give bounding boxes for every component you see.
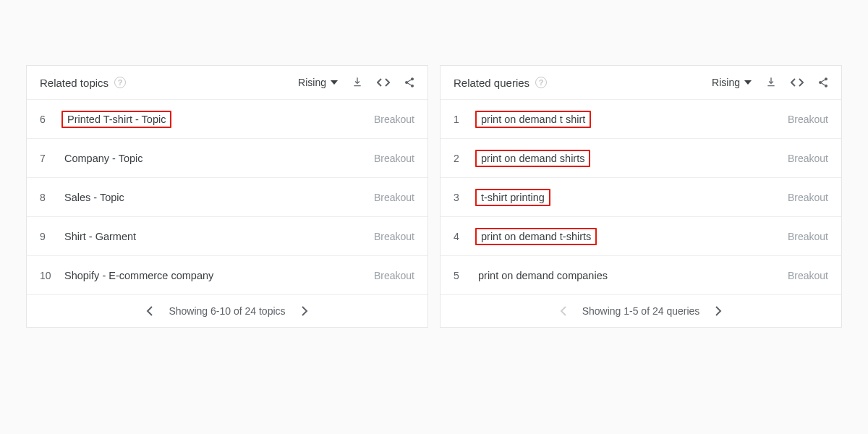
embed-icon[interactable] — [791, 76, 804, 89]
row-label: print on demand shirts — [475, 150, 590, 167]
row-label: t-shirt printing — [475, 189, 550, 206]
row-left: 4 print on demand t-shirts — [454, 228, 597, 245]
row-left: 9 Shirt - Garment — [40, 230, 139, 243]
row-value: Breakout — [788, 114, 828, 125]
row-label: print on demand companies — [475, 269, 610, 282]
row-rank: 1 — [454, 114, 465, 125]
panel-actions: Rising — [712, 76, 830, 89]
panel-title: Related queries — [454, 77, 529, 89]
row-value: Breakout — [788, 192, 828, 203]
related-queries-panel: Related queries ? Rising — [440, 65, 842, 328]
row-label: Shirt - Garment — [61, 230, 139, 243]
row-label: print on demand t shirt — [475, 111, 591, 128]
help-icon[interactable]: ? — [535, 77, 547, 88]
list-item[interactable]: 5 print on demand companies Breakout — [441, 256, 841, 295]
sort-label: Rising — [712, 77, 740, 88]
row-left: 8 Sales - Topic — [40, 191, 127, 204]
embed-icon[interactable] — [377, 76, 390, 89]
list-item[interactable]: 3 t-shirt printing Breakout — [441, 178, 841, 217]
row-left: 6 Printed T-shirt - Topic — [40, 111, 171, 128]
share-icon[interactable] — [817, 76, 830, 89]
download-icon[interactable] — [765, 76, 778, 89]
row-value: Breakout — [374, 114, 414, 125]
row-rank: 2 — [454, 153, 465, 164]
sort-select[interactable]: Rising — [712, 77, 752, 88]
row-label: Printed T-shirt - Topic — [61, 111, 171, 128]
list-item[interactable]: 7 Company - Topic Breakout — [27, 139, 427, 178]
row-value: Breakout — [788, 153, 828, 164]
related-topics-panel: Related topics ? Rising — [26, 65, 428, 328]
download-icon[interactable] — [351, 76, 364, 89]
chevron-right-icon — [715, 306, 722, 316]
row-left: 1 print on demand t shirt — [454, 111, 591, 128]
row-rank: 10 — [40, 270, 51, 281]
svg-rect-1 — [770, 77, 771, 82]
row-rank: 8 — [40, 192, 51, 203]
row-value: Breakout — [374, 231, 414, 242]
list-item[interactable]: 6 Printed T-shirt - Topic Breakout — [27, 100, 427, 139]
panel-footer: Showing 1-5 of 24 queries — [441, 295, 841, 327]
row-label: print on demand t-shirts — [475, 228, 597, 245]
panel-title-wrap: Related queries ? — [454, 77, 547, 89]
chevron-left-icon — [560, 306, 566, 316]
row-value: Breakout — [788, 270, 828, 281]
panel-footer: Showing 6-10 of 24 topics — [27, 295, 427, 327]
list-item[interactable]: 8 Sales - Topic Breakout — [27, 178, 427, 217]
row-rank: 3 — [454, 192, 465, 203]
trends-panels-container: Related topics ? Rising — [0, 0, 868, 357]
list-item[interactable]: 4 print on demand t-shirts Breakout — [441, 217, 841, 256]
pagination-text: Showing 6-10 of 24 topics — [169, 305, 285, 317]
list-item[interactable]: 2 print on demand shirts Breakout — [441, 139, 841, 178]
row-rank: 4 — [454, 231, 465, 242]
panel-header: Related queries ? Rising — [441, 66, 841, 100]
list-item[interactable]: 9 Shirt - Garment Breakout — [27, 217, 427, 256]
svg-rect-0 — [357, 77, 357, 82]
panel-title: Related topics — [40, 77, 109, 89]
row-left: 10 Shopify - E-commerce company — [40, 269, 216, 282]
row-left: 3 t-shirt printing — [454, 189, 550, 206]
panel-actions: Rising — [298, 76, 416, 89]
row-rank: 6 — [40, 114, 51, 125]
list-item[interactable]: 10 Shopify - E-commerce company Breakout — [27, 256, 427, 295]
pagination-text: Showing 1-5 of 24 queries — [582, 305, 700, 317]
panel-header: Related topics ? Rising — [27, 66, 427, 100]
row-value: Breakout — [374, 270, 414, 281]
row-left: 5 print on demand companies — [454, 269, 610, 282]
row-label: Shopify - E-commerce company — [61, 269, 216, 282]
row-rank: 7 — [40, 153, 51, 164]
prev-page-button — [560, 306, 566, 316]
next-page-button[interactable] — [715, 306, 722, 316]
row-rank: 9 — [40, 231, 51, 242]
help-icon[interactable]: ? — [114, 77, 126, 88]
chevron-left-icon — [146, 306, 153, 316]
row-value: Breakout — [374, 192, 414, 203]
row-left: 7 Company - Topic — [40, 152, 146, 165]
prev-page-button[interactable] — [146, 306, 153, 316]
chevron-down-icon — [331, 80, 338, 85]
chevron-right-icon — [302, 306, 308, 316]
row-label: Company - Topic — [61, 152, 146, 165]
share-icon[interactable] — [403, 76, 416, 89]
row-value: Breakout — [788, 231, 828, 242]
row-rank: 5 — [454, 270, 465, 281]
chevron-down-icon — [744, 80, 752, 85]
row-left: 2 print on demand shirts — [454, 150, 590, 167]
sort-label: Rising — [298, 77, 326, 88]
panel-title-wrap: Related topics ? — [40, 77, 126, 89]
list-item[interactable]: 1 print on demand t shirt Breakout — [441, 100, 841, 139]
next-page-button[interactable] — [302, 306, 308, 316]
row-value: Breakout — [374, 153, 414, 164]
sort-select[interactable]: Rising — [298, 77, 338, 88]
row-label: Sales - Topic — [61, 191, 127, 204]
